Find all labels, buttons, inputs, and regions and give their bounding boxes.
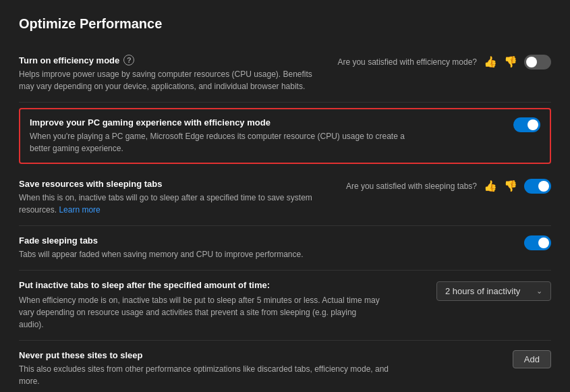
sleeping-tabs-thumbs-down-icon[interactable]: 👎 (504, 181, 517, 192)
efficiency-thumbs-up-icon[interactable]: 👍 (484, 57, 497, 67)
gaming-content: Improve your PC gaming experience with e… (30, 117, 503, 155)
sleeping-tabs-description: When this is on, inactive tabs will go t… (19, 192, 335, 216)
sleeping-tabs-toggle-slider (524, 179, 551, 194)
put-to-sleep-description: When efficiency mode is on, inactive tab… (19, 294, 383, 331)
efficiency-mode-title: Turn on efficiency mode (19, 55, 119, 65)
efficiency-toggle[interactable] (524, 55, 551, 69)
gaming-toggle[interactable] (513, 117, 540, 132)
sleeping-tabs-content: Save resources with sleeping tabs When t… (19, 179, 335, 216)
gaming-section: Improve your PC gaming experience with e… (19, 108, 551, 164)
chevron-down-icon: ⌄ (536, 287, 542, 296)
fade-sleeping-toggle[interactable] (524, 235, 551, 250)
sleeping-tabs-section: Save resources with sleeping tabs When t… (19, 169, 551, 226)
put-to-sleep-content: Put inactive tabs to sleep after the spe… (19, 280, 426, 331)
add-site-button[interactable]: Add (513, 350, 551, 368)
efficiency-info-icon[interactable]: ? (123, 55, 134, 65)
efficiency-mode-content: Turn on efficiency mode ? Helps improve … (19, 55, 326, 92)
never-sleep-controls: Add (513, 350, 551, 368)
sleeping-tabs-controls: Are you satisfied with sleeping tabs? 👍 … (346, 179, 551, 194)
fade-sleeping-content: Fade sleeping tabs Tabs will appear fade… (19, 235, 513, 260)
page-title: Optimize Performance (19, 16, 551, 32)
gaming-toggle-slider (513, 117, 540, 132)
never-sleep-description: This also excludes sites from other perf… (19, 363, 410, 387)
never-sleep-content: Never put these sites to sleep This also… (19, 350, 502, 387)
sleeping-tabs-toggle[interactable] (524, 179, 551, 194)
fade-sleeping-title: Fade sleeping tabs (19, 235, 98, 246)
gaming-title: Improve your PC gaming experience with e… (30, 117, 270, 128)
put-to-sleep-section: Put inactive tabs to sleep after the spe… (19, 271, 551, 341)
never-sleep-title: Never put these sites to sleep (19, 350, 143, 360)
put-to-sleep-controls: 2 hours of inactivity ⌄ (436, 280, 551, 301)
fade-sleeping-controls (524, 235, 551, 250)
sleeping-tabs-thumbs-up-icon[interactable]: 👍 (484, 181, 497, 192)
gaming-controls (513, 117, 540, 132)
sleeping-tabs-satisfaction-label: Are you satisfied with sleeping tabs? (346, 181, 477, 191)
inactivity-dropdown[interactable]: 2 hours of inactivity ⌄ (436, 281, 551, 301)
efficiency-thumbs-down-icon[interactable]: 👎 (504, 57, 517, 67)
sleeping-tabs-learn-more-link[interactable]: Learn more (59, 205, 100, 215)
efficiency-mode-section: Turn on efficiency mode ? Helps improve … (19, 45, 551, 103)
gaming-description: When you're playing a PC game, Microsoft… (30, 130, 421, 155)
sleeping-tabs-title: Save resources with sleeping tabs (19, 179, 162, 189)
put-to-sleep-title: Put inactive tabs to sleep after the spe… (19, 280, 426, 290)
efficiency-mode-controls: Are you satisfied with efficiency mode? … (337, 55, 551, 69)
efficiency-satisfaction-label: Are you satisfied with efficiency mode? (337, 57, 477, 67)
fade-sleeping-description: Tabs will appear faded when saving memor… (19, 248, 410, 260)
inactivity-dropdown-label: 2 hours of inactivity (445, 286, 520, 296)
fade-sleeping-toggle-slider (524, 235, 551, 250)
fade-sleeping-section: Fade sleeping tabs Tabs will appear fade… (19, 226, 551, 271)
never-sleep-section: Never put these sites to sleep This also… (19, 341, 551, 392)
efficiency-toggle-slider (524, 55, 551, 69)
efficiency-mode-description: Helps improve power usage by saving comp… (19, 68, 326, 92)
